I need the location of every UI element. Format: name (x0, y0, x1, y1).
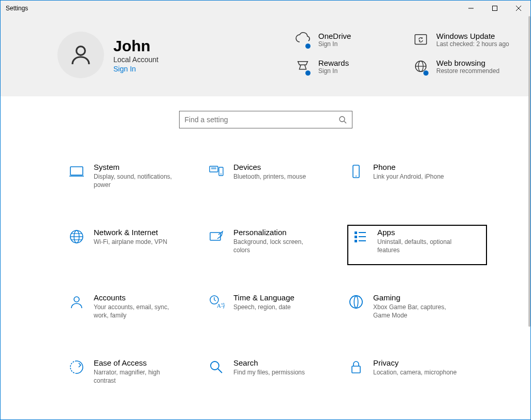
cat-sub: Narrator, magnifier, high contrast (94, 368, 182, 385)
svg-text:A字: A字 (217, 302, 225, 309)
tile-onedrive[interactable]: OneDrive Sign In (293, 32, 397, 50)
status-dot (305, 70, 311, 76)
personalization-icon (208, 228, 225, 245)
user-name: John (113, 37, 158, 54)
cat-title: Phone (373, 163, 444, 171)
svg-rect-11 (70, 167, 83, 175)
category-ease-of-access[interactable]: Ease of AccessNarrator, magnifier, high … (68, 355, 208, 396)
svg-point-15 (220, 173, 222, 175)
cat-title: Apps (377, 228, 465, 237)
svg-point-9 (340, 117, 345, 122)
search-icon (338, 115, 347, 124)
category-gaming[interactable]: GamingXbox Game Bar, captures, Game Mode (347, 290, 487, 330)
search-input[interactable] (185, 115, 338, 124)
avatar (57, 32, 104, 78)
tile-title: Windows Update (436, 32, 509, 40)
cat-sub: Speech, region, date (233, 303, 294, 311)
category-network[interactable]: Network & InternetWi-Fi, airplane mode, … (68, 225, 208, 265)
user-block[interactable]: John Local Account Sign In (57, 32, 158, 78)
cat-sub: Find my files, permissions (233, 368, 305, 376)
svg-point-38 (211, 361, 219, 370)
account-type: Local Account (113, 55, 158, 64)
minimize-button[interactable] (459, 1, 483, 16)
category-privacy[interactable]: PrivacyLocation, camera, microphone (347, 355, 487, 396)
category-personalization[interactable]: PersonalizationBackground, lock screen, … (208, 225, 347, 265)
svg-point-37 (350, 296, 362, 308)
tile-sub: Sign In (318, 40, 351, 49)
cat-sub: Background, lock screen, colors (233, 238, 321, 254)
header-region: John Local Account Sign In OneDrive Sign… (1, 16, 530, 96)
tile-sub: Restore recommended (436, 67, 499, 76)
tile-windows-update[interactable]: Windows Update Last checked: 2 hours ago (411, 32, 515, 50)
status-dot (305, 43, 311, 49)
ease-of-access-icon (68, 359, 85, 375)
cat-title: System (94, 163, 182, 171)
search-icon (208, 359, 225, 375)
devices-icon (208, 163, 225, 180)
tile-title: Rewards (318, 59, 349, 67)
svg-point-4 (77, 47, 85, 55)
cat-title: Time & Language (233, 293, 294, 302)
tile-rewards[interactable]: Rewards Sign In (293, 59, 397, 77)
close-icon (515, 5, 522, 11)
svg-line-35 (214, 300, 216, 301)
category-apps[interactable]: AppsUninstall, defaults, optional featur… (347, 225, 487, 265)
svg-line-10 (344, 121, 346, 123)
tile-web-browsing[interactable]: Web browsing Restore recommended (411, 59, 515, 77)
cat-title: Privacy (373, 358, 456, 367)
tile-title: OneDrive (318, 32, 351, 40)
cat-title: Personalization (233, 228, 321, 237)
close-button[interactable] (507, 1, 530, 16)
svg-rect-25 (210, 233, 220, 240)
apps-icon (352, 228, 368, 245)
svg-point-19 (356, 176, 357, 177)
svg-rect-1 (493, 6, 497, 11)
maximize-button[interactable] (483, 1, 507, 16)
system-icon (68, 163, 85, 180)
tile-title: Web browsing (436, 59, 499, 67)
cat-title: Network & Internet (94, 228, 167, 237)
maximize-icon (492, 5, 498, 11)
accounts-icon (68, 294, 85, 310)
svg-rect-28 (355, 240, 357, 242)
cat-sub: Link your Android, iPhone (373, 172, 444, 181)
cat-sub: Bluetooth, printers, mouse (233, 172, 306, 181)
tile-sub: Sign In (318, 67, 349, 76)
svg-rect-27 (355, 236, 357, 238)
category-phone[interactable]: PhoneLink your Android, iPhone (347, 160, 487, 200)
svg-rect-5 (415, 35, 427, 45)
category-devices[interactable]: DevicesBluetooth, printers, mouse (208, 160, 347, 200)
gaming-icon (348, 294, 364, 310)
cat-title: Gaming (373, 293, 461, 302)
scrollbar-thumb[interactable] (528, 16, 530, 327)
scrollbar[interactable] (527, 16, 530, 419)
svg-line-39 (218, 369, 222, 373)
cat-title: Devices (233, 163, 306, 171)
cat-sub: Location, camera, microphone (373, 368, 456, 376)
cat-title: Accounts (94, 293, 182, 302)
search-box[interactable] (179, 111, 352, 128)
svg-point-32 (74, 297, 79, 302)
cat-sub: Uninstall, defaults, optional features (377, 238, 465, 254)
person-icon (68, 42, 93, 67)
settings-window: Settings John Local Account Sign In (0, 0, 531, 420)
categories-grid: SystemDisplay, sound, notifications, pow… (1, 160, 530, 419)
signin-link[interactable]: Sign In (113, 65, 158, 73)
window-title: Settings (1, 5, 28, 12)
minimize-icon (468, 5, 474, 11)
category-system[interactable]: SystemDisplay, sound, notifications, pow… (68, 160, 208, 200)
cat-sub: Xbox Game Bar, captures, Game Mode (373, 303, 461, 320)
cat-sub: Wi-Fi, airplane mode, VPN (94, 238, 167, 246)
category-search[interactable]: SearchFind my files, permissions (208, 355, 347, 396)
category-time-language[interactable]: A字 Time & LanguageSpeech, region, date (208, 290, 347, 330)
titlebar: Settings (1, 1, 530, 16)
category-accounts[interactable]: AccountsYour accounts, email, sync, work… (68, 290, 208, 330)
content-area: SystemDisplay, sound, notifications, pow… (1, 96, 530, 419)
cat-title: Search (233, 358, 305, 367)
phone-icon (348, 163, 364, 180)
cat-sub: Your accounts, email, sync, work, family (94, 303, 182, 320)
header-tiles: OneDrive Sign In Windows Update Last che… (293, 32, 515, 77)
svg-rect-26 (355, 231, 357, 234)
tile-sub: Last checked: 2 hours ago (436, 40, 509, 49)
lock-icon (348, 359, 364, 375)
